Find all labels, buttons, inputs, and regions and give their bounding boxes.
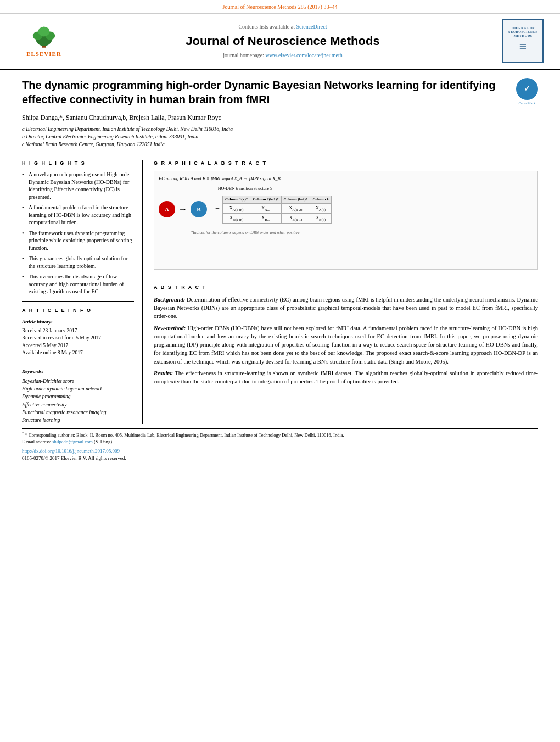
title-divider [22,154,538,154]
article-info-header: A R T I C L E I N F O [22,307,134,314]
journal-logo-box: JOURNAL OFNEUROSCIENCEMETHODS ≡ [502,19,544,63]
email-suffix: (S. Dang). [94,439,113,444]
graphical-abstract-header: G R A P H I C A L A B S T R A C T [154,160,538,167]
sciencedirect-link[interactable]: ScienceDirect [296,24,327,30]
fig-left: HO-DBN transition structure S A → B = [159,186,332,236]
graphical-abstract-figure: EC among ROIs A and B ≡ fMRI signal X_A … [154,171,538,270]
fig-circles: A → B [159,201,207,217]
authors-line: Shilpa Danga,*, Santanu Chaudhuryа,b, Br… [22,113,538,122]
highlight-item-5: This overcomes the disadvantage of low a… [22,273,134,295]
two-column-layout: H I G H L I G H T S A novel approach pro… [22,160,538,425]
affil-c: c National Brain Research Centre, Gurgao… [22,141,538,148]
footer-corresponding: * * Corresponding author at: Block–II, R… [22,431,538,445]
equals-sign: = [215,204,220,215]
info-divider [22,362,134,362]
table-row-1: XA(k-m) XA... XA(k-2) XA(k) [222,204,331,214]
cell-a-4: XA(k) [310,204,332,214]
email-link[interactable]: shilpadri@gmail.com [52,439,93,444]
keywords-section: Keywords: Bayesian-Dirichlet score High-… [22,368,134,424]
fig-table: Column 1(k)* Column 2(k-1)* Column (k-2)… [222,196,332,224]
fig-note: *Indices for the columns depend on DBN o… [191,230,300,236]
footer-divider [22,428,538,429]
crossmark-container: ✓ CrossMark [516,78,538,107]
article-title: The dynamic programming high-order Dynam… [22,78,508,107]
keyword-5: Functional magnetic resonance imaging [22,409,134,416]
available-online-date: Available online 8 May 2017 [22,349,134,356]
doi-link[interactable]: http://dx.doi.org/10.1016/j.jneumeth.201… [22,448,120,454]
right-column: G R A P H I C A L A B S T R A C T EC amo… [154,160,538,425]
svg-point-4 [38,26,50,36]
circle-a: A [159,201,175,217]
doi-line: http://dx.doi.org/10.1016/j.jneumeth.201… [22,448,538,455]
elsevier-logo-container: ELSEVIER [16,24,71,58]
results-text: The effectiveness in structure-learning … [154,370,538,384]
cell-a-3: XA(k-2) [281,204,310,214]
col-header-2: Column 2(k-1)* [250,196,281,204]
affiliations: a Electrical Engineering Department, Ind… [22,126,538,148]
crossmark-label: CrossMark [516,101,538,107]
abstract-results: Results: The effectiveness in structure-… [154,369,538,386]
affil-a: a Electrical Engineering Department, Ind… [22,126,538,132]
abstract-background: Background: Determination of effective c… [154,295,538,321]
journal-homepage-link[interactable]: www.elsevier.com/locate/jneumeth [265,52,342,58]
table-row-2: XB(k-m) XB... XB(k-1) XB(k) [222,214,331,224]
elsevier-tree-icon [27,24,60,49]
cell-a-1: XA(k-m) [222,204,250,214]
journal-name-heading: Journal of Neuroscience Methods [71,33,494,50]
fig-caption: EC among ROIs A and B ≡ fMRI signal X_A … [159,176,533,182]
fig-content: HO-DBN transition structure S A → B = [159,186,533,236]
article-history-header: Article history: [22,319,134,326]
highlight-item-2: A fundamental problem faced in the struc… [22,204,134,226]
cell-b-1: XB(k-m) [222,214,250,224]
highlight-item-1: A novel approach proposing use of High-o… [22,171,134,200]
elsevier-label: ELSEVIER [26,50,61,58]
keyword-6: Structure learning [22,416,134,424]
journal-logo-icon: ≡ [519,39,527,55]
contents-available-line: Contents lists available at ScienceDirec… [71,23,494,31]
background-label: Background: [154,297,185,303]
left-column: H I G H L I G H T S A novel approach pro… [22,160,143,425]
journal-center-header: Contents lists available at ScienceDirec… [71,23,494,60]
article-content: The dynamic programming high-order Dynam… [0,70,560,472]
article-info-section: A R T I C L E I N F O Article history: R… [22,307,134,356]
col-header-4: Column k [310,196,332,204]
authors-text: Shilpa Danga,*, Santanu Chaudhuryа,b, Br… [22,114,221,121]
abstract-divider [154,278,538,278]
highlight-item-4: This guarantees globally optimal solutio… [22,255,134,270]
highlights-list: A novel approach proposing use of High-o… [22,171,134,295]
highlights-header: H I G H L I G H T S [22,160,134,167]
journal-homepage-line: journal homepage: www.elsevier.com/locat… [71,52,494,59]
journal-citation-bar: Journal of Neuroscience Methods 285 (201… [0,0,560,14]
received-date: Received 23 January 2017 [22,327,134,334]
journal-header: ELSEVIER Contents lists available at Sci… [0,14,560,70]
results-label: Results: [154,370,173,376]
cell-b-4: XB(k) [310,214,332,224]
abstract-section: A B S T R A C T Background: Determinatio… [154,284,538,386]
keyword-2: High-order dynamic bayesian network [22,385,134,393]
email-label: E-mail address: [22,439,51,444]
article-title-section: The dynamic programming high-order Dynam… [22,78,538,107]
background-text: Determination of effective connectivity … [154,297,538,319]
corresponding-text: * Corresponding author at: Block–II, Roo… [25,432,344,438]
highlights-section: H I G H L I G H T S A novel approach pro… [22,160,134,295]
keyword-1: Bayesian-Dirichlet score [22,377,134,385]
cell-b-3: XB(k-1) [281,214,310,224]
abstract-text: Background: Determination of effective c… [154,295,538,386]
keyword-4: Effective connectivity [22,401,134,409]
crossmark-icon: ✓ [516,78,538,100]
highlights-divider [22,301,134,302]
arrow-right: → [178,203,187,215]
abstract-new-method: New-method: High-order DBNs (HO-DBNs) ha… [154,324,538,366]
col-header-1: Column 1(k)* [222,196,250,204]
highlight-item-3: The framework uses dynamic programming p… [22,230,134,252]
journal-citation: Journal of Neuroscience Methods 285 (201… [223,4,338,10]
journal-logo-right: JOURNAL OFNEUROSCIENCEMETHODS ≡ [494,19,544,63]
new-method-label: New-method: [154,325,186,331]
fig-diagram: A → B = Column 1(k)* [159,196,332,224]
fig-structure-label: HO-DBN transition structure S [218,186,273,192]
new-method-text: High-order DBNs (HO-DBNs) have still not… [154,325,538,365]
keywords-header: Keywords: [22,368,134,375]
accepted-date: Accepted 5 May 2017 [22,342,134,349]
issn-line: 0165-0270/© 2017 Elsevier B.V. All right… [22,455,538,462]
cell-b-2: XB... [250,214,281,224]
